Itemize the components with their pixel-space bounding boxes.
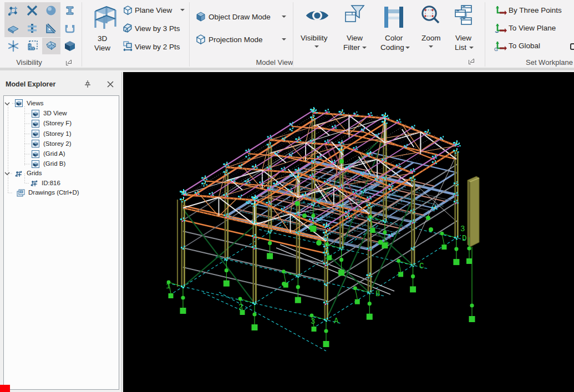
- svg-text:D: D: [462, 234, 466, 243]
- svg-text:3: 3: [460, 225, 465, 233]
- svg-text:B: B: [375, 289, 380, 298]
- svg-text:G: G: [494, 47, 498, 51]
- svg-text:A: A: [334, 317, 339, 325]
- svg-text:C: C: [419, 262, 424, 271]
